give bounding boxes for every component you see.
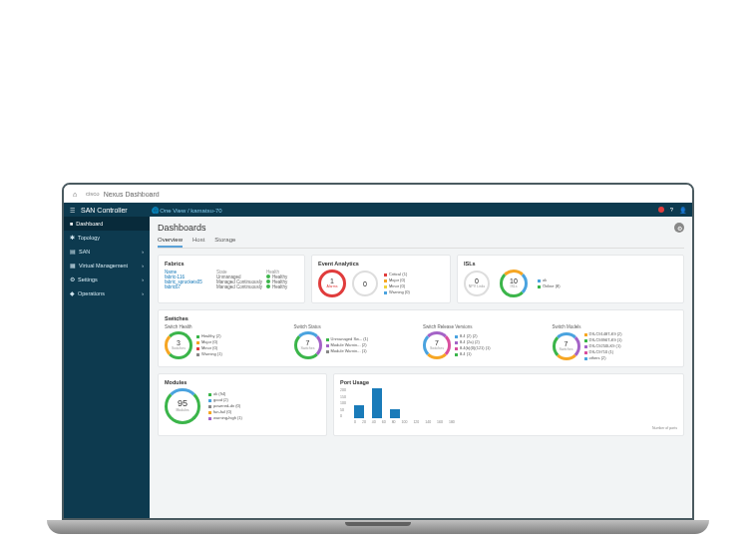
chart-bar <box>390 409 400 418</box>
isls-card: ISLs 0NPV Links 10ISLs okOnline (8) <box>457 255 684 303</box>
menu-icon[interactable]: ☰ <box>70 207 75 214</box>
chart-bar <box>372 388 382 418</box>
port-usage-title: Port Usage <box>340 379 677 385</box>
screen: ⌂ cisco Nexus Dashboard ☰ SAN Controller… <box>62 183 694 520</box>
switches-card: Switches Switch Health 3Switches Healthy… <box>158 309 684 367</box>
table-row[interactable]: fabric67Managed ContinuouslyHealthy <box>165 284 298 289</box>
switch-release-ring: 7Switches <box>423 331 451 359</box>
event-title: Event Analytics <box>318 261 444 267</box>
switch-status-ring: 7Switches <box>294 331 322 359</box>
home-icon[interactable]: ⌂ <box>70 191 80 198</box>
help-icon[interactable]: ? <box>670 207 673 214</box>
sidebar: ■ Dashboard ✱ Topology ▤ SAN› ▦ Virtual … <box>64 217 150 518</box>
tab-host[interactable]: Host <box>192 237 204 248</box>
sidebar-item-dashboard[interactable]: ■ Dashboard <box>64 217 150 231</box>
event-analytics-card: Event Analytics 1Alarms 0 Critical (1)Ma… <box>311 255 451 303</box>
chart-bar <box>354 405 364 419</box>
cisco-logo: cisco <box>86 191 100 197</box>
switch-release-label: Switch Release Versions <box>423 324 549 329</box>
switches-title: Switches <box>165 315 677 321</box>
user-icon[interactable]: 👤 <box>679 207 686 214</box>
tab-storage[interactable]: Storage <box>214 237 235 248</box>
switch-status-label: Switch Status <box>294 324 420 329</box>
port-usage-chart: 200150100500 <box>340 388 677 418</box>
laptop-frame: ⌂ cisco Nexus Dashboard ☰ SAN Controller… <box>47 183 709 548</box>
isls-title: ISLs <box>464 261 677 267</box>
page-title: Dashboards <box>158 223 206 233</box>
sidebar-item-san[interactable]: ▤ SAN› <box>64 245 150 259</box>
top-bar: ⌂ cisco Nexus Dashboard <box>64 185 692 203</box>
sidebar-item-topology[interactable]: ✱ Topology <box>64 231 150 245</box>
sub-bar: ☰ SAN Controller 🌐 One View / kamatsu-70… <box>64 203 692 217</box>
port-usage-card: Port Usage 200150100500 0204060801001201… <box>333 373 684 436</box>
product-name: SAN Controller <box>81 207 128 214</box>
modules-title: Modules <box>165 379 320 385</box>
app-title: Nexus Dashboard <box>104 191 160 198</box>
laptop-base <box>47 520 709 534</box>
chart-xlabel: Number of ports <box>340 426 677 430</box>
sidebar-item-settings[interactable]: ⚙ Settings› <box>64 273 150 286</box>
switch-health-ring: 3Switches <box>165 331 192 359</box>
fabrics-card: Fabrics NameStateHealth fabric-116Unmana… <box>158 255 305 303</box>
breadcrumb[interactable]: 🌐 One View / kamatsu-70 <box>152 207 222 214</box>
switch-health-label: Switch Health <box>165 324 290 329</box>
fabrics-title: Fabrics <box>165 261 298 267</box>
topbar-actions: ? 👤 <box>658 207 686 214</box>
modules-card: Modules 95Modules ok (94)good (2)powered… <box>158 373 327 436</box>
switch-model-ring: 7Switches <box>553 332 580 360</box>
alarms-ring: 1Alarms <box>318 270 346 297</box>
isls-ring: 10ISLs <box>500 270 528 297</box>
sidebar-item-operations[interactable]: ◆ Operations› <box>64 286 150 300</box>
sidebar-item-virtual-management[interactable]: ▦ Virtual Management› <box>64 259 150 273</box>
tabs: Overview Host Storage <box>158 237 684 249</box>
events-ring: 0 <box>352 271 378 296</box>
main-content: Dashboards ⚙ Overview Host Storage Fabri… <box>150 217 692 518</box>
alert-icon[interactable] <box>658 207 664 213</box>
tab-overview[interactable]: Overview <box>158 237 183 248</box>
switch-model-label: Switch Models <box>553 324 678 329</box>
npv-ring: 0NPV Links <box>464 271 490 296</box>
gear-icon[interactable]: ⚙ <box>674 223 684 233</box>
modules-ring: 95Modules <box>165 388 200 424</box>
